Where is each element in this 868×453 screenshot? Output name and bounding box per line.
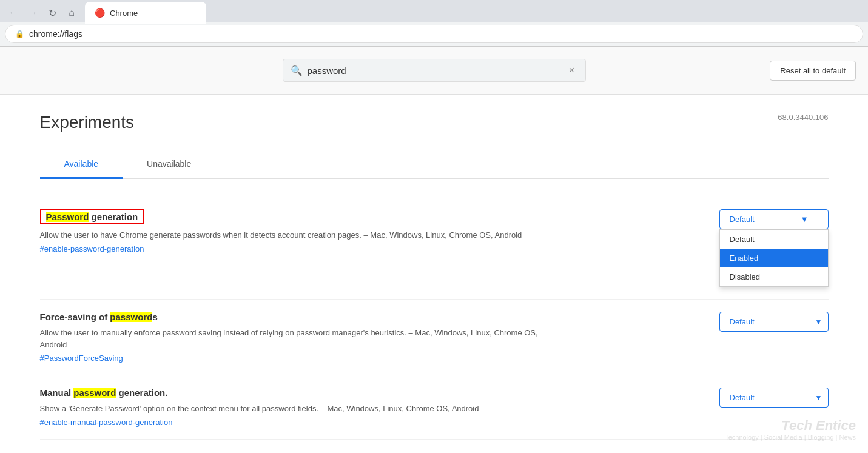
page-content: 🔍 × Reset all to default Experiments 68.… xyxy=(0,47,868,453)
browser-chrome: ← → ↻ ⌂ 🔴 Chrome 🔒 chrome://flags xyxy=(0,0,868,47)
search-box: 🔍 × xyxy=(283,59,586,82)
tabs-container: Available Unavailable xyxy=(40,150,829,179)
flag-item-manual-password: Manual password generation. Show a 'Gene… xyxy=(40,375,829,440)
search-input[interactable] xyxy=(308,65,561,76)
flag-title-area-2: Force-saving of passwords Allow the user… xyxy=(40,312,556,363)
flag-title-row: Password generation Allow the user to ha… xyxy=(40,209,829,287)
dropdown-button-1[interactable]: Default ▼ xyxy=(719,209,829,229)
dropdown-arrow-1: ▼ xyxy=(801,215,809,224)
address-bar-row: 🔒 chrome://flags xyxy=(0,22,868,46)
tab-unavailable[interactable]: Unavailable xyxy=(123,150,215,179)
flag-link-1[interactable]: #enable-password-generation xyxy=(40,244,144,253)
flag-description-1: Allow the user to have Chrome generate p… xyxy=(40,229,522,241)
page-title: Experiments xyxy=(40,113,135,132)
flag-description-3: Show a 'Generate Password' option on the… xyxy=(40,403,479,415)
dropdown-option-disabled-1[interactable]: Disabled xyxy=(720,267,828,286)
address-bar[interactable]: 🔒 chrome://flags xyxy=(5,25,863,43)
reset-all-button[interactable]: Reset all to default xyxy=(770,61,856,81)
flag-title-2: Force-saving of passwords xyxy=(40,312,556,322)
flag-item-password-generation: Password generation Allow the user to ha… xyxy=(40,197,829,300)
home-button[interactable]: ⌂ xyxy=(63,4,80,21)
flag-link-2[interactable]: #PasswordForceSaving xyxy=(40,354,123,363)
back-button[interactable]: ← xyxy=(5,4,22,21)
flag-title: Password generation xyxy=(46,212,138,222)
nav-buttons: ← → ↻ ⌂ xyxy=(0,4,85,21)
clear-search-button[interactable]: × xyxy=(566,64,578,76)
tab-favicon: 🔴 xyxy=(95,8,105,18)
dropdown-option-default-1[interactable]: Default xyxy=(720,230,828,249)
flag-title-3: Manual password generation. xyxy=(40,388,479,398)
highlight-password-2: password xyxy=(110,312,152,322)
flag-title-area: Password generation Allow the user to ha… xyxy=(40,209,522,253)
browser-tab[interactable]: 🔴 Chrome xyxy=(85,2,206,24)
dropdown-list-1: Default Enabled Disabled xyxy=(719,229,829,287)
reload-button[interactable]: ↻ xyxy=(44,4,61,21)
flag-item-force-saving: Force-saving of passwords Allow the user… xyxy=(40,300,829,375)
version-text: 68.0.3440.106 xyxy=(778,113,828,122)
flag-description-2: Allow the user to manually enforce passw… xyxy=(40,327,556,351)
tab-bar: ← → ↻ ⌂ 🔴 Chrome xyxy=(0,0,868,22)
address-text: chrome://flags xyxy=(29,29,82,39)
flag-title-row-3: Manual password generation. Show a 'Gene… xyxy=(40,388,829,427)
experiments-header: Experiments 68.0.3440.106 xyxy=(40,113,829,132)
tab-available[interactable]: Available xyxy=(40,150,123,179)
flag-title-row-2: Force-saving of passwords Allow the user… xyxy=(40,312,829,363)
search-area: 🔍 × Reset all to default xyxy=(0,47,868,95)
highlight-password: Password xyxy=(46,212,89,222)
flag-link-3[interactable]: #enable-manual-password-generation xyxy=(40,418,173,427)
experiments-section: Experiments 68.0.3440.106 Available Unav… xyxy=(16,95,853,453)
dropdown-select-3[interactable]: Default Enabled Disabled xyxy=(719,388,829,408)
forward-button[interactable]: → xyxy=(24,4,41,21)
flag-control-3: Default Enabled Disabled ▼ xyxy=(719,388,829,408)
dropdown-option-enabled-1[interactable]: Enabled xyxy=(720,249,828,267)
flag-title-area-3: Manual password generation. Show a 'Gene… xyxy=(40,388,479,427)
dropdown-select-2[interactable]: Default Enabled Disabled xyxy=(719,312,829,332)
lock-icon: 🔒 xyxy=(15,30,24,38)
tab-title: Chrome xyxy=(110,8,138,18)
flag-control-1: Default ▼ Default Enabled Disabled xyxy=(719,209,829,287)
flag-control-2: Default Enabled Disabled ▼ xyxy=(719,312,829,332)
search-icon: 🔍 xyxy=(291,65,303,76)
flag-title-box: Password generation xyxy=(40,209,144,224)
highlight-password-3: password xyxy=(73,388,116,398)
